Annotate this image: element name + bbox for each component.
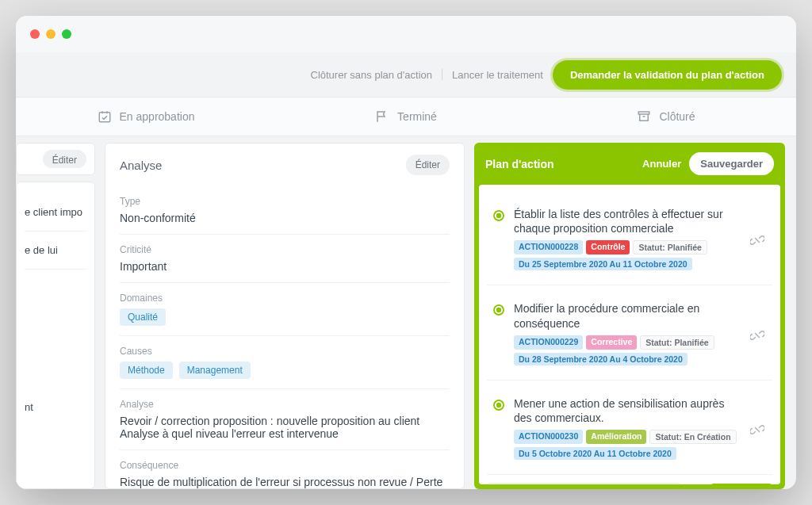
action-dates-badge: Du 5 Octobre 2020 Au 11 Octobre 2020 <box>514 447 676 460</box>
domain-chips: Qualité <box>120 308 450 326</box>
content: Éditer e client impo e de lui nt Analyse… <box>16 136 796 489</box>
unlink-icon <box>750 423 764 437</box>
field-label: Conséquence <box>120 460 450 471</box>
unlink-button[interactable] <box>747 419 768 440</box>
status-label: En approbation <box>120 110 195 123</box>
field-label: Analyse <box>120 399 450 410</box>
action-dates-badge: Du 25 Septembre 2020 Au 11 Octobre 2020 <box>514 258 692 270</box>
action-ref-badge: ACTION000230 <box>514 430 583 444</box>
cancel-button[interactable]: Annuler <box>642 158 681 170</box>
field-domains: Domaines Qualité <box>120 283 450 336</box>
titlebar <box>16 16 796 52</box>
target-icon <box>492 209 506 223</box>
request-validation-button[interactable]: Demander la validation du plan d'action <box>553 60 782 90</box>
cause-chip[interactable]: Management <box>179 362 251 379</box>
status-label: Clôturé <box>659 110 695 123</box>
plan-footer: Lier une action existante... Ou Créer <box>487 483 772 484</box>
action-type-badge: Amélioration <box>586 430 646 444</box>
status-steps: En approbation Terminé Clôturé <box>16 97 796 136</box>
plan-column: Plan d'action Annuler Sauvegarder Établi… <box>474 143 796 489</box>
field-label: Domaines <box>120 293 450 304</box>
left-fragment: e de lui <box>25 231 86 270</box>
left-card-header: Éditer <box>16 143 95 175</box>
action-main: Modifier la procédure commerciale en con… <box>514 301 739 368</box>
action-type-badge: Contrôle <box>586 240 630 254</box>
maximize-dot[interactable] <box>62 29 71 39</box>
topbar: Clôturer sans plan d'action Lancer le tr… <box>16 52 796 97</box>
field-analysis: Analyse Revoir / correction proposition … <box>120 389 450 450</box>
left-fragment: nt <box>25 388 86 426</box>
field-value: Revoir / correction proposition : nouvel… <box>120 415 450 440</box>
domain-chip[interactable]: Qualité <box>120 308 166 326</box>
field-label: Causes <box>120 346 450 357</box>
cause-chips: Méthode Management <box>120 362 450 379</box>
link-action-select[interactable]: Lier une action existante... <box>487 483 681 484</box>
svg-rect-0 <box>99 113 110 122</box>
action-item[interactable]: Modifier la procédure commerciale en con… <box>487 293 772 380</box>
svg-point-3 <box>497 214 501 218</box>
target-icon <box>492 398 506 412</box>
minimize-dot[interactable] <box>46 29 56 39</box>
window-controls <box>30 29 71 39</box>
left-column: Éditer e client impo e de lui nt <box>16 143 95 489</box>
close-dot[interactable] <box>30 29 40 39</box>
field-value: Risque de multiplication de l'erreur si … <box>120 476 450 489</box>
action-item[interactable]: Établir la liste des contrôles à effectu… <box>487 199 772 285</box>
analysis-title: Analyse <box>120 159 162 172</box>
analysis-card: Analyse Éditer Type Non-conformité Criti… <box>105 143 465 489</box>
action-title: Modifier la procédure commerciale en con… <box>514 301 739 330</box>
field-label: Type <box>120 196 450 207</box>
status-step-done[interactable]: Terminé <box>276 109 536 124</box>
edit-button[interactable]: Éditer <box>43 150 86 168</box>
plan-header-actions: Annuler Sauvegarder <box>642 152 774 175</box>
app-window: Clôturer sans plan d'action Lancer le tr… <box>16 16 796 489</box>
start-processing-link[interactable]: Lancer le traitement <box>452 69 543 81</box>
plan-header: Plan d'action Annuler Sauvegarder <box>474 143 785 185</box>
edit-button[interactable]: Éditer <box>406 155 450 175</box>
action-status-badge: Statut: Planifiée <box>633 240 707 254</box>
action-main: Mener une action de sensibilisation aupr… <box>514 396 739 463</box>
action-title: Mener une action de sensibilisation aupr… <box>514 396 739 425</box>
status-step-closed[interactable]: Clôturé <box>536 109 796 124</box>
save-button[interactable]: Sauvegarder <box>689 152 774 175</box>
close-without-plan-link[interactable]: Clôturer sans plan d'action <box>311 69 433 81</box>
field-criticality: Criticité Important <box>120 235 450 283</box>
field-causes: Causes Méthode Management <box>120 336 450 389</box>
unlink-button[interactable] <box>747 230 768 251</box>
analysis-header: Analyse Éditer <box>120 155 450 175</box>
action-item[interactable]: Mener une action de sensibilisation aupr… <box>487 388 772 475</box>
status-label: Terminé <box>397 110 437 123</box>
plan-body: Établir la liste des contrôles à effectu… <box>479 185 780 484</box>
action-type-badge: Corrective <box>586 335 637 350</box>
plan-title: Plan d'action <box>485 158 554 170</box>
field-type: Type Non-conformité <box>120 186 450 235</box>
action-ref-badge: ACTION000228 <box>514 240 583 254</box>
unlink-icon <box>750 233 764 247</box>
target-icon <box>492 303 506 317</box>
left-fragment: e client impo <box>25 193 86 231</box>
flag-icon <box>375 109 389 124</box>
unlink-icon <box>750 328 764 342</box>
field-value: Non-conformité <box>120 212 450 224</box>
action-main: Établir la liste des contrôles à effectu… <box>514 207 739 274</box>
create-button[interactable]: Créer <box>710 484 772 484</box>
svg-rect-1 <box>639 112 650 114</box>
action-status-badge: Statut: En Création <box>649 430 736 444</box>
action-status-badge: Statut: Planifiée <box>640 335 714 350</box>
svg-point-5 <box>497 308 501 312</box>
action-dates-badge: Du 28 Septembre 2020 Au 4 Octobre 2020 <box>514 353 688 365</box>
calendar-check-icon <box>98 109 112 124</box>
action-ref-badge: ACTION000229 <box>514 335 583 350</box>
field-label: Criticité <box>120 244 450 255</box>
field-consequence: Conséquence Risque de multiplication de … <box>120 450 450 489</box>
cause-chip[interactable]: Méthode <box>120 362 173 379</box>
left-card-body: e client impo e de lui nt <box>16 182 95 489</box>
unlink-button[interactable] <box>747 325 768 346</box>
svg-point-7 <box>497 404 501 407</box>
divider <box>442 69 442 80</box>
field-value: Important <box>120 260 450 273</box>
plan-card: Plan d'action Annuler Sauvegarder Établi… <box>474 143 785 489</box>
action-title: Établir la liste des contrôles à effectu… <box>514 207 739 235</box>
status-step-approval[interactable]: En approbation <box>16 109 276 124</box>
archive-icon <box>637 109 651 124</box>
